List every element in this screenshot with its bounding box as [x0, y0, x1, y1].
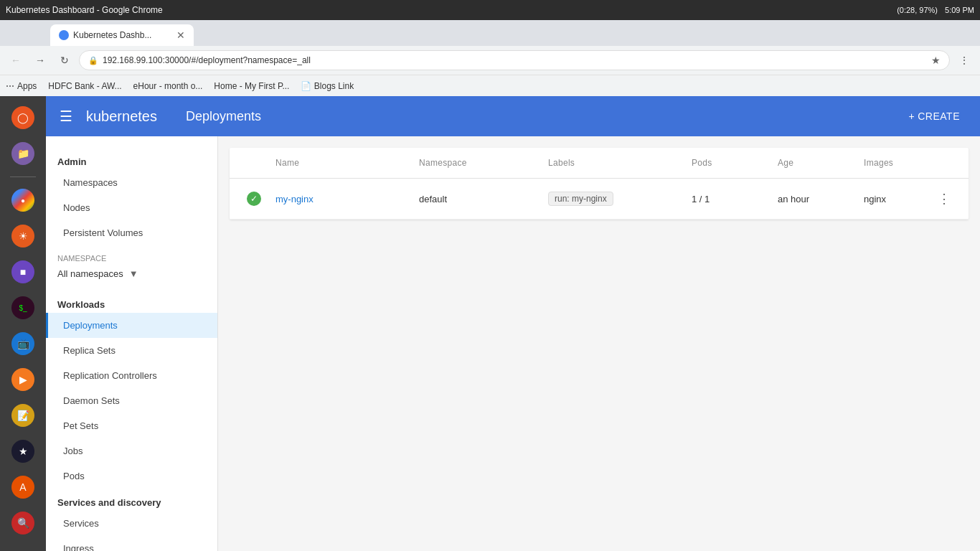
- taskbar-terminal[interactable]: $_: [7, 292, 39, 324]
- browser-tab-bar: Kubernetes Dashb... ✕: [0, 20, 980, 46]
- bookmark-apps[interactable]: ⋯ Apps: [6, 81, 37, 91]
- cell-images: nginx: [858, 184, 928, 215]
- col-header-actions: [928, 153, 957, 173]
- namespace-section: Namespace All namespaces ▼: [46, 245, 217, 291]
- col-header-pods: Pods: [686, 148, 772, 178]
- taskbar-red[interactable]: 🔍: [7, 507, 39, 539]
- create-plus-icon: +: [909, 110, 915, 122]
- sidebar-item-replication-controllers[interactable]: Replication Controllers: [46, 363, 217, 388]
- sidebar-item-pods[interactable]: Pods: [46, 463, 217, 489]
- sidebar-item-persistent-volumes[interactable]: Persistent Volumes: [46, 220, 217, 245]
- taskbar-divider: [10, 176, 36, 177]
- browser-tab[interactable]: Kubernetes Dashb... ✕: [50, 24, 194, 46]
- sidebar-item-nodes[interactable]: Nodes: [46, 195, 217, 220]
- taskbar: ◯ 📁 ● ☀ ■ $_ 📺 ▶ 📝 ★ A: [0, 96, 46, 551]
- taskbar-notes[interactable]: 📝: [7, 400, 39, 431]
- admin-section-title: Admin: [46, 148, 217, 170]
- bookmarks-bar: ⋯ Apps HDFC Bank - AW... eHour - month o…: [0, 75, 980, 96]
- deployment-name-link[interactable]: my-nginx: [275, 194, 314, 204]
- workloads-section-title: Workloads: [46, 291, 217, 313]
- vlc-icon: ▶: [11, 368, 34, 391]
- top-nav: ☰ kubernetes Deployments + CREATE: [46, 96, 980, 136]
- row-actions-button[interactable]: ⋮: [934, 189, 954, 209]
- cell-status: ✓: [241, 182, 270, 216]
- col-header-images: Images: [858, 148, 928, 178]
- taskbar-dark[interactable]: ★: [7, 435, 39, 467]
- sidebar-item-daemon-sets[interactable]: Daemon Sets: [46, 388, 217, 413]
- tab-favicon: [59, 30, 69, 40]
- cell-age: an hour: [772, 184, 858, 215]
- firefox-icon: ☀: [11, 225, 34, 248]
- app-title: kubernetes: [86, 108, 157, 125]
- address-bar[interactable]: 🔒 192.168.99.100:30000/#/deployment?name…: [79, 50, 950, 70]
- sidebar: Admin Namespaces Nodes Persistent Volume…: [46, 136, 218, 551]
- content-area: Admin Namespaces Nodes Persistent Volume…: [46, 136, 980, 551]
- sidebar-item-jobs[interactable]: Jobs: [46, 438, 217, 463]
- taskbar-ubuntu[interactable]: ◯: [7, 102, 39, 133]
- os-time: 5:09 PM: [945, 6, 974, 14]
- reload-button[interactable]: ↻: [55, 50, 75, 70]
- os-bar: Kubernetes Dashboard - Google Chrome (0:…: [0, 0, 980, 20]
- bookmark-blogs[interactable]: 📄 Blogs Link: [301, 81, 354, 91]
- bookmark-hdfc[interactable]: HDFC Bank - AW...: [48, 81, 121, 91]
- cell-namespace: default: [413, 184, 542, 215]
- monitor-icon: 📺: [11, 332, 34, 355]
- os-right: (0:28, 97%) 5:09 PM: [897, 6, 974, 14]
- cell-labels: run: my-nginx: [542, 182, 686, 216]
- forward-button[interactable]: →: [30, 50, 50, 70]
- taskbar-purple[interactable]: ■: [7, 256, 39, 288]
- bookmark-icon[interactable]: ★: [931, 55, 941, 66]
- services-discovery-section-title: Services and discovery: [46, 489, 217, 511]
- bookmark-ehour[interactable]: eHour - month o...: [133, 81, 203, 91]
- back-button[interactable]: ←: [6, 50, 26, 70]
- files-icon: 📁: [11, 142, 34, 165]
- namespace-label: Namespace: [57, 254, 206, 263]
- red-icon: 🔍: [11, 512, 34, 534]
- bookmark-home[interactable]: Home - My First P...: [214, 81, 289, 91]
- taskbar-orange[interactable]: A: [7, 471, 39, 503]
- taskbar-firefox[interactable]: ☀: [7, 220, 39, 252]
- data-table: Name Namespace Labels Pods Age Images ✓: [230, 148, 969, 220]
- notes-icon: 📝: [11, 404, 34, 427]
- lock-icon: 🔒: [88, 56, 98, 65]
- os-battery: (0:28, 97%): [897, 6, 938, 14]
- extensions-button[interactable]: ⋮: [954, 50, 974, 70]
- label-chip: run: my-nginx: [548, 192, 613, 206]
- cell-pods: 1 / 1: [686, 184, 772, 215]
- sidebar-item-replica-sets[interactable]: Replica Sets: [46, 338, 217, 363]
- main-app: ☰ kubernetes Deployments + CREATE Admin …: [46, 96, 980, 551]
- taskbar-blue2[interactable]: 📺: [7, 328, 39, 359]
- create-label: CREATE: [918, 110, 960, 122]
- url-text: 192.168.99.100:30000/#/deployment?namesp…: [103, 55, 927, 65]
- col-header-age: Age: [772, 148, 858, 178]
- sidebar-item-services[interactable]: Services: [46, 511, 217, 536]
- status-check-icon: ✓: [247, 192, 261, 206]
- table-header: Name Namespace Labels Pods Age Images: [230, 148, 969, 179]
- namespace-value: All namespaces: [57, 268, 123, 279]
- page-title: Deployments: [186, 109, 889, 124]
- tab-title: Kubernetes Dashb...: [73, 30, 151, 40]
- apps-grid-icon: ⋯: [6, 81, 14, 91]
- col-header-namespace: Namespace: [413, 148, 542, 178]
- taskbar-files[interactable]: 📁: [7, 138, 39, 169]
- taskbar-vlc[interactable]: ▶: [7, 364, 39, 395]
- taskbar-chrome[interactable]: ●: [7, 184, 39, 216]
- browser-nav: ← → ↻ 🔒 192.168.99.100:30000/#/deploymen…: [0, 46, 980, 75]
- dark-icon: ★: [11, 440, 34, 463]
- col-header-labels: Labels: [542, 148, 686, 178]
- hamburger-menu[interactable]: ☰: [57, 108, 75, 125]
- table-row: ✓ my-nginx default run: my-nginx 1 / 1 a…: [230, 179, 969, 220]
- sidebar-item-ingress[interactable]: Ingress: [46, 536, 217, 551]
- ubuntu-icon: ◯: [11, 106, 34, 129]
- create-button[interactable]: + CREATE: [900, 105, 969, 128]
- app-layout: ◯ 📁 ● ☀ ■ $_ 📺 ▶ 📝 ★ A: [0, 96, 980, 551]
- tab-close-button[interactable]: ✕: [176, 29, 185, 41]
- sidebar-item-deployments[interactable]: Deployments: [46, 313, 217, 338]
- main-content: Name Namespace Labels Pods Age Images ✓: [218, 136, 980, 551]
- sidebar-item-namespaces[interactable]: Namespaces: [46, 170, 217, 195]
- sidebar-item-pet-sets[interactable]: Pet Sets: [46, 413, 217, 438]
- cell-name: my-nginx: [270, 184, 413, 215]
- chrome-icon: ●: [11, 189, 34, 212]
- namespace-select[interactable]: All namespaces ▼: [57, 265, 206, 282]
- col-header-status: [241, 153, 270, 173]
